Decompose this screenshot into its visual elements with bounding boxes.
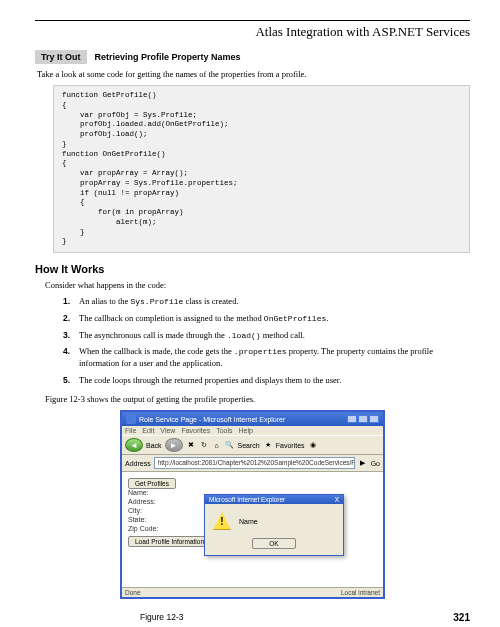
close-button[interactable]: [369, 415, 379, 423]
refresh-icon[interactable]: ↻: [199, 440, 209, 450]
list-item: 4. When the callback is made, the code g…: [63, 346, 470, 369]
label-address: Address:: [128, 498, 168, 505]
list-number: 4.: [63, 346, 79, 369]
menu-favorites[interactable]: Favorites: [181, 427, 210, 434]
window-title: Role Service Page - Microsoft Internet E…: [139, 416, 285, 423]
address-label: Address: [125, 460, 151, 467]
ie-icon: [126, 414, 136, 424]
browser-window: Role Service Page - Microsoft Internet E…: [120, 410, 385, 599]
menu-view[interactable]: View: [160, 427, 175, 434]
dialog-message: Name: [239, 518, 258, 525]
intro-paragraph: Take a look at some code for getting the…: [35, 69, 470, 79]
figure-intro: Figure 12-3 shows the output of getting …: [45, 394, 470, 404]
list-number: 3.: [63, 330, 79, 342]
search-label: Search: [238, 442, 260, 449]
favorites-icon[interactable]: ★: [263, 440, 273, 450]
get-profiles-button[interactable]: Get Profiles: [128, 478, 176, 489]
list-number: 2.: [63, 313, 79, 325]
status-bar: Done Local intranet: [122, 587, 383, 597]
load-profile-button[interactable]: Load Profile Information: [128, 536, 211, 547]
list-number: 5.: [63, 375, 79, 386]
page-content: Get Profiles Name: Address: City: State:…: [122, 472, 383, 587]
menu-bar: File Edit View Favorites Tools Help: [122, 426, 383, 435]
try-it-out-badge: Try It Out: [35, 50, 87, 64]
go-label: Go: [371, 460, 380, 467]
go-button[interactable]: ▶: [358, 458, 368, 468]
code-listing: function GetProfile() { var profObj = Sy…: [53, 85, 470, 253]
page-header-title: Atlas Integration with ASP.NET Services: [35, 24, 470, 40]
dialog-close-button[interactable]: X: [335, 496, 339, 503]
list-item: 3. The asynchronous call is made through…: [63, 330, 470, 342]
label-name: Name:: [128, 489, 168, 496]
maximize-button[interactable]: [358, 415, 368, 423]
how-it-works-heading: How It Works: [35, 263, 470, 275]
address-bar: Address http://localhost:2081/Chapter%20…: [122, 455, 383, 472]
menu-file[interactable]: File: [125, 427, 136, 434]
address-input[interactable]: http://localhost:2081/Chapter%2012%20Sam…: [154, 457, 355, 469]
dialog-ok-button[interactable]: OK: [252, 538, 295, 549]
label-zip: Zip Code:: [128, 525, 168, 532]
list-item: 1. An alias to the Sys.Profile class is …: [63, 296, 470, 308]
list-item: 2. The callback on completion is assigne…: [63, 313, 470, 325]
home-icon[interactable]: ⌂: [212, 440, 222, 450]
forward-button[interactable]: ►: [165, 438, 183, 452]
list-item: 5. The code loops through the returned p…: [63, 375, 470, 386]
search-icon[interactable]: 🔍: [225, 440, 235, 450]
label-state: State:: [128, 516, 168, 523]
menu-edit[interactable]: Edit: [142, 427, 154, 434]
menu-tools[interactable]: Tools: [216, 427, 232, 434]
list-number: 1.: [63, 296, 79, 308]
label-city: City:: [128, 507, 168, 514]
stop-icon[interactable]: ✖: [186, 440, 196, 450]
status-done: Done: [125, 589, 141, 596]
alert-dialog: Microsoft Internet Explorer X ! Name OK: [204, 494, 344, 556]
figure-label: Figure 12-3: [140, 612, 183, 623]
back-label: Back: [146, 442, 162, 449]
window-titlebar: Role Service Page - Microsoft Internet E…: [122, 412, 383, 426]
favorites-label: Favorites: [276, 442, 305, 449]
dialog-title: Microsoft Internet Explorer: [209, 496, 285, 503]
back-button[interactable]: ◄: [125, 438, 143, 452]
minimize-button[interactable]: [347, 415, 357, 423]
menu-help[interactable]: Help: [239, 427, 253, 434]
page-number: 321: [453, 612, 470, 623]
warning-icon: !: [213, 512, 231, 530]
consider-text: Consider what happens in the code:: [35, 280, 470, 290]
try-it-out-bar: Try It Out Retrieving Profile Property N…: [35, 50, 470, 64]
status-zone: Local intranet: [341, 589, 380, 596]
toolbar: ◄ Back ► ✖ ↻ ⌂ 🔍 Search ★ Favorites ◉: [122, 435, 383, 455]
try-it-out-title: Retrieving Profile Property Names: [87, 50, 249, 64]
media-icon[interactable]: ◉: [308, 440, 318, 450]
